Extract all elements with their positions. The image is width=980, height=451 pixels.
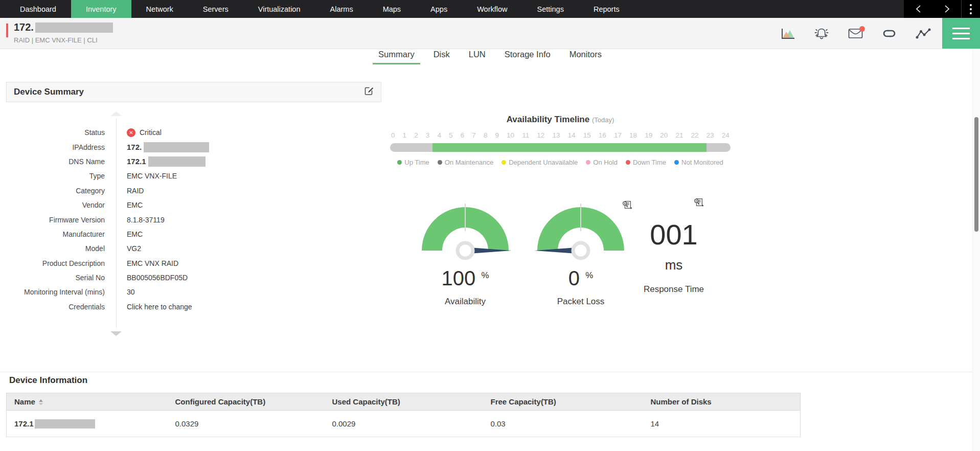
nav-item-inventory[interactable]: Inventory	[71, 0, 131, 18]
nav-item-network[interactable]: Network	[131, 0, 188, 18]
nav-item-apps[interactable]: Apps	[416, 0, 462, 18]
summary-row-firmware: Firmware Version 8.1.8-37119	[6, 212, 381, 227]
column-header-number-of-disks[interactable]: Number of Disks	[645, 393, 801, 411]
area-chart-icon[interactable]	[781, 28, 795, 39]
cell-used-capacity: 0.0029	[326, 411, 485, 437]
legend-label: Down Time	[633, 159, 666, 166]
row-device-name[interactable]: 172.1	[14, 419, 34, 428]
ip-redaction	[144, 142, 209, 152]
device-summary-header: Device Summary	[6, 82, 381, 102]
summary-row-credentials: Credentials Click here to change	[6, 300, 381, 314]
ip-prefix: 172.	[127, 143, 142, 151]
header-action-icons	[781, 18, 931, 49]
nav-item-maps[interactable]: Maps	[368, 0, 416, 18]
performance-icon[interactable]	[916, 28, 931, 39]
response-time-unit: ms	[623, 257, 725, 273]
hour-tick-label: 0	[391, 131, 395, 139]
alarm-bell-icon[interactable]	[813, 27, 830, 40]
scrollbar-track[interactable]	[972, 49, 980, 451]
legend-item: On Hold	[586, 159, 618, 166]
device-summary-body: Status ✕ Critical IPAddress 172. DNS Nam…	[6, 102, 381, 343]
device-summary-title: Device Summary	[14, 87, 84, 97]
scrollbar-thumb[interactable]	[974, 117, 978, 232]
summary-row-manufacturer: Manufacturer EMC	[6, 227, 381, 241]
top-navbar: Dashboard Inventory Network Servers Virt…	[0, 0, 980, 18]
packet-loss-label: Packet Loss	[530, 297, 632, 307]
link-icon[interactable]	[881, 28, 897, 39]
nav-item-reports[interactable]: Reports	[579, 0, 634, 18]
legend-label: Up Time	[404, 159, 429, 166]
summary-divider	[116, 118, 117, 328]
scroll-down-arrow-icon[interactable]	[110, 331, 122, 336]
legend-item: Dependent Unavailable	[502, 159, 578, 166]
hour-tick-label: 12	[537, 131, 544, 139]
hour-tick-label: 7	[472, 131, 476, 139]
credentials-change-link[interactable]: Click here to change	[127, 303, 192, 311]
summary-row-dnsname: DNS Name 172.1	[6, 154, 381, 169]
legend-item: Not Monitored	[674, 159, 723, 166]
legend-dot-icon	[626, 160, 630, 165]
legend-label: On Maintenance	[445, 159, 493, 166]
chevron-left-icon[interactable]	[904, 0, 932, 18]
row-name-redaction	[35, 419, 95, 429]
hour-tick-label: 13	[552, 131, 560, 139]
tab-storage-info[interactable]: Storage Info	[505, 50, 551, 64]
column-header-used-capacity[interactable]: Used Capacity(TB)	[326, 393, 485, 411]
hour-tick-label: 21	[675, 131, 683, 139]
edit-pencil-icon[interactable]	[364, 86, 374, 98]
tab-summary[interactable]: Summary	[378, 50, 415, 64]
hour-tick-label: 24	[722, 131, 730, 139]
menu-icon[interactable]	[942, 18, 980, 49]
legend-dot-icon	[586, 160, 590, 165]
hour-tick-label: 23	[706, 131, 714, 139]
summary-row-model: Model VG2	[6, 241, 381, 256]
nav-item-virtualization[interactable]: Virtualization	[243, 0, 315, 18]
device-information-table: Name Configured Capacity(TB) Used Capaci…	[6, 393, 801, 437]
tab-monitors[interactable]: Monitors	[569, 50, 602, 64]
response-time-label: Response Time	[623, 284, 725, 295]
hour-tick-label: 11	[522, 131, 529, 139]
hour-tick-label: 3	[426, 131, 430, 139]
hour-tick-label: 5	[449, 131, 453, 139]
hour-tick-label: 10	[507, 131, 514, 139]
nav-item-dashboard[interactable]: Dashboard	[5, 0, 71, 18]
column-header-name[interactable]: Name	[7, 393, 169, 411]
chevron-right-icon[interactable]	[932, 0, 961, 18]
timeline-bar	[390, 143, 731, 152]
column-header-free-capacity[interactable]: Free Capacity(TB)	[485, 393, 645, 411]
packet-loss-value: 0 %	[530, 267, 632, 290]
hour-tick-label: 4	[437, 131, 441, 139]
tab-lun[interactable]: LUN	[469, 50, 486, 64]
nav-controls	[904, 0, 980, 18]
mail-icon[interactable]	[848, 28, 863, 39]
summary-row-status: Status ✕ Critical	[6, 125, 381, 140]
summary-row-monitoring-interval: Monitoring Interval (mins) 30	[6, 285, 381, 299]
device-title: 172.	[14, 21, 113, 33]
table-header-row: Name Configured Capacity(TB) Used Capaci…	[7, 393, 801, 411]
device-summary-panel: Device Summary Status ✕ Critical IPAddre…	[6, 82, 381, 343]
tab-disk[interactable]: Disk	[434, 50, 450, 64]
critical-circle-x-icon: ✕	[127, 128, 135, 137]
status-value: Critical	[140, 128, 162, 137]
report-details-icon[interactable]	[694, 198, 704, 209]
summary-row-type: Type EMC VNX-FILE	[6, 169, 381, 183]
nav-item-servers[interactable]: Servers	[188, 0, 243, 18]
report-details-icon[interactable]	[622, 200, 632, 212]
hour-tick-label: 18	[629, 131, 637, 139]
cell-number-of-disks: 14	[645, 411, 801, 437]
summary-row-serial-no: Serial No BB005056BDF05D	[6, 270, 381, 285]
legend-item: On Maintenance	[438, 159, 493, 166]
more-vertical-icon[interactable]	[961, 0, 980, 18]
column-header-configured-capacity[interactable]: Configured Capacity(TB)	[169, 393, 326, 411]
hour-tick-label: 9	[495, 131, 499, 139]
hour-tick-label: 20	[660, 131, 668, 139]
hour-tick-label: 15	[583, 131, 591, 139]
availability-timeline: Availability Timeline (Today) 0123456789…	[390, 115, 731, 166]
nav-item-settings[interactable]: Settings	[522, 0, 579, 18]
scroll-up-arrow-icon[interactable]	[110, 111, 122, 116]
nav-item-workflow[interactable]: Workflow	[462, 0, 522, 18]
device-name-prefix: 172.	[14, 21, 34, 33]
nav-item-alarms[interactable]: Alarms	[315, 0, 368, 18]
legend-dot-icon	[438, 160, 442, 165]
hour-tick-label: 6	[461, 131, 465, 139]
